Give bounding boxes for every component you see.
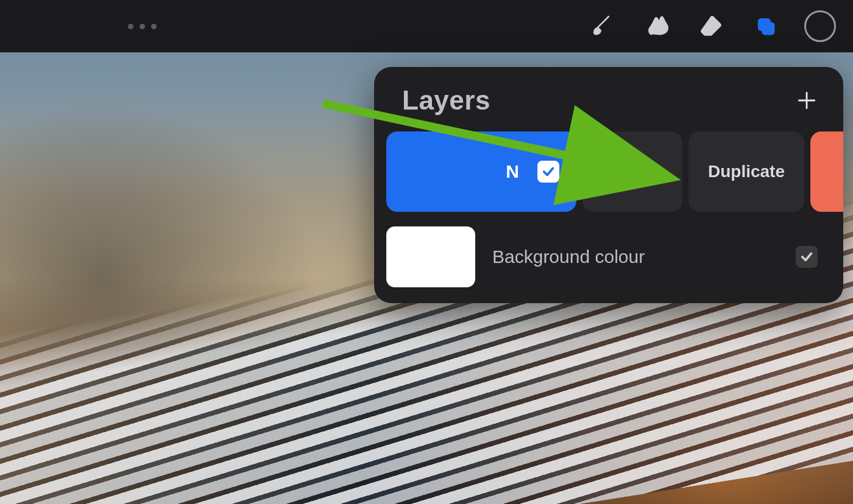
background-layer-label: Background colour	[492, 247, 779, 267]
layers-tool[interactable]	[738, 0, 793, 52]
layers-panel-title: Layers	[402, 85, 490, 116]
layer-item-selected[interactable]: N	[386, 131, 576, 212]
background-layer-row[interactable]: Background colour	[374, 218, 843, 287]
top-toolbar	[0, 0, 853, 52]
background-visibility-checkbox[interactable]	[796, 246, 818, 268]
layer-visibility-checkbox[interactable]	[537, 161, 559, 183]
layers-popover: Layers N Lock Duplicate Cle Background c…	[374, 67, 843, 303]
blend-mode-indicator[interactable]: N	[506, 161, 519, 182]
color-picker[interactable]	[804, 10, 836, 42]
duplicate-layer-button[interactable]: Duplicate	[688, 131, 804, 212]
eraser-tool[interactable]	[684, 0, 738, 52]
lock-layer-button[interactable]: Lock	[582, 131, 682, 212]
clear-layer-button[interactable]: Cle	[810, 131, 843, 212]
selected-layer-row[interactable]: N Lock Duplicate Cle	[374, 131, 843, 212]
svg-rect-1	[762, 22, 774, 35]
smudge-tool[interactable]	[629, 0, 684, 52]
background-color-swatch[interactable]	[386, 226, 475, 287]
brush-tool[interactable]	[574, 0, 629, 52]
modify-menu-icon[interactable]	[128, 24, 157, 29]
add-layer-button[interactable]	[796, 89, 818, 111]
